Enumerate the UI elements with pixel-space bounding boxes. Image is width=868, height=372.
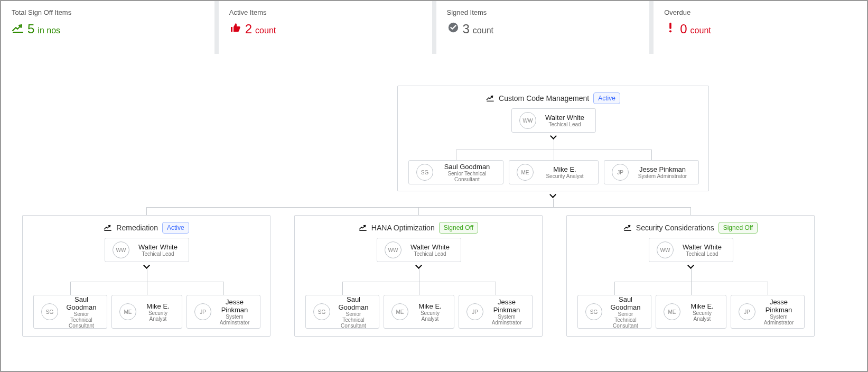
page: Total Sign Off Items5in nosActive Items2… bbox=[0, 0, 868, 372]
avatar: SG bbox=[313, 303, 330, 320]
exclaim-icon bbox=[664, 22, 677, 33]
group-title: HANA Optimization bbox=[371, 224, 435, 232]
person-node[interactable]: MEMike E.Security Analyst bbox=[384, 295, 454, 329]
person-role: System Adminstrator bbox=[489, 314, 525, 326]
person-role: System Adminstrator bbox=[761, 314, 797, 326]
stat-title: Total Sign Off Items bbox=[12, 8, 204, 16]
person-node[interactable]: WWWalter WhiteTechical Lead bbox=[105, 238, 189, 262]
person-node[interactable]: JPJesse PinkmanSystem Adminstrator bbox=[186, 295, 260, 329]
stat-card: Overdue0count bbox=[654, 1, 867, 54]
stat-card: Signed Items3count bbox=[436, 1, 650, 54]
person-node[interactable]: WWWalter WhiteTechical Lead bbox=[377, 238, 461, 262]
stat-title: Overdue bbox=[664, 8, 856, 16]
status-badge: Signed Off bbox=[718, 222, 758, 234]
check-circle-icon bbox=[447, 22, 460, 33]
stat-number: 0 bbox=[680, 22, 687, 36]
person-node[interactable]: WWWalter WhiteTechical Lead bbox=[511, 108, 596, 133]
stat-unit: count bbox=[473, 26, 493, 35]
person-node[interactable]: SGSaul GoodmanSenior Technical Consultan… bbox=[33, 295, 107, 329]
connector bbox=[691, 268, 692, 282]
stat-title: Active Items bbox=[229, 8, 422, 16]
person-role: Security Analyst bbox=[539, 173, 591, 179]
person-node[interactable]: JPJesse PinkmanSystem Adminstrator bbox=[604, 160, 699, 184]
person-role: Techical Lead bbox=[407, 251, 453, 257]
connector bbox=[651, 150, 652, 160]
person-name: Mike E. bbox=[142, 302, 174, 310]
person-role: System Adminstrator bbox=[217, 314, 253, 326]
person-name: Jesse Pinkman bbox=[217, 298, 253, 314]
connector bbox=[456, 150, 456, 160]
person-role: System Adminstrator bbox=[634, 173, 691, 179]
avatar: JP bbox=[466, 303, 483, 320]
group-title: Security Considerations bbox=[636, 224, 714, 232]
signature-icon bbox=[623, 224, 632, 231]
chevron-down-icon bbox=[550, 192, 557, 198]
person-node[interactable]: JPJesse PinkmanSystem Adminstrator bbox=[459, 295, 533, 329]
connector bbox=[419, 282, 419, 295]
connector bbox=[691, 282, 692, 295]
stat-value: 3count bbox=[447, 22, 639, 36]
person-name: Walter White bbox=[679, 243, 725, 251]
avatar: SG bbox=[585, 303, 602, 320]
connector bbox=[70, 282, 71, 295]
stats-row: Total Sign Off Items5in nosActive Items2… bbox=[1, 1, 867, 54]
person-node[interactable]: SGSaul GoodmanSenior Technical Consultan… bbox=[305, 295, 379, 329]
connector bbox=[496, 282, 496, 295]
group-header: RemediationActive bbox=[23, 222, 270, 234]
person-name: Walter White bbox=[407, 243, 453, 251]
svg-point-2 bbox=[669, 30, 671, 32]
person-name: Jesse Pinkman bbox=[634, 165, 691, 173]
connector bbox=[554, 139, 554, 150]
group-header: Security ConsiderationsSigned Off bbox=[567, 222, 814, 234]
stat-title: Signed Items bbox=[447, 8, 639, 16]
signoff-group-root[interactable]: Custom Code ManagementActiveWWWalter Whi… bbox=[397, 86, 709, 191]
stat-number: 3 bbox=[463, 22, 470, 36]
signature-icon bbox=[486, 95, 494, 102]
person-node[interactable]: SGSaul GoodmanSenior Technical Consultan… bbox=[577, 295, 651, 329]
person-role: Security Analyst bbox=[686, 310, 718, 322]
stat-unit: count bbox=[690, 26, 711, 35]
connector bbox=[554, 150, 554, 160]
status-badge: Signed Off bbox=[439, 222, 478, 234]
person-name: Saul Goodman bbox=[63, 295, 99, 311]
person-node[interactable]: JPJesse PinkmanSystem Adminstrator bbox=[731, 295, 805, 329]
org-tree: Custom Code ManagementActiveWWWalter Whi… bbox=[1, 54, 867, 371]
avatar: ME bbox=[391, 303, 408, 320]
person-name: Walter White bbox=[135, 243, 181, 251]
group-title: Custom Code Management bbox=[499, 94, 589, 103]
person-name: Jesse Pinkman bbox=[761, 298, 797, 314]
stat-number: 5 bbox=[27, 22, 34, 36]
stat-unit: count bbox=[255, 26, 276, 35]
person-role: Senior Technical Consultant bbox=[63, 311, 99, 329]
signoff-group-hana[interactable]: HANA OptimizationSigned OffWWWalter Whit… bbox=[294, 215, 543, 337]
avatar: ME bbox=[517, 164, 534, 181]
connector bbox=[223, 282, 224, 295]
person-node[interactable]: WWWalter WhiteTechical Lead bbox=[649, 238, 733, 262]
chevron-down-icon bbox=[688, 263, 695, 268]
person-role: Techical Lead bbox=[679, 251, 725, 257]
signature-icon bbox=[12, 22, 24, 34]
signoff-group-security[interactable]: Security ConsiderationsSigned OffWWWalte… bbox=[566, 215, 815, 337]
person-node[interactable]: MEMike E.Security Analyst bbox=[656, 295, 726, 329]
avatar: JP bbox=[194, 303, 211, 320]
stat-unit: in nos bbox=[38, 26, 60, 35]
signature-icon bbox=[359, 224, 367, 231]
avatar: ME bbox=[664, 303, 680, 320]
person-name: Mike E. bbox=[686, 302, 718, 310]
person-node[interactable]: MEMike E.Security Analyst bbox=[111, 295, 182, 329]
stat-number: 2 bbox=[245, 22, 252, 36]
person-node[interactable]: SGSaul GoodmanSenior Technical Consultan… bbox=[408, 160, 503, 184]
group-header: HANA OptimizationSigned Off bbox=[295, 222, 542, 234]
status-badge: Active bbox=[162, 222, 189, 234]
person-role: Senior Technical Consultant bbox=[438, 171, 496, 182]
person-name: Saul Goodman bbox=[608, 295, 643, 311]
chevron-down-icon bbox=[416, 263, 423, 268]
avatar: WW bbox=[519, 112, 536, 129]
signoff-group-remediation[interactable]: RemediationActiveWWWalter WhiteTechical … bbox=[22, 215, 270, 337]
person-node[interactable]: MEMike E.Security Analyst bbox=[509, 160, 599, 184]
person-name: Saul Goodman bbox=[335, 295, 371, 311]
chevron-down-icon bbox=[551, 134, 557, 139]
stat-card: Active Items2count bbox=[219, 1, 432, 54]
person-role: Techical Lead bbox=[135, 251, 181, 257]
person-role: Senior Technical Consultant bbox=[608, 311, 643, 329]
